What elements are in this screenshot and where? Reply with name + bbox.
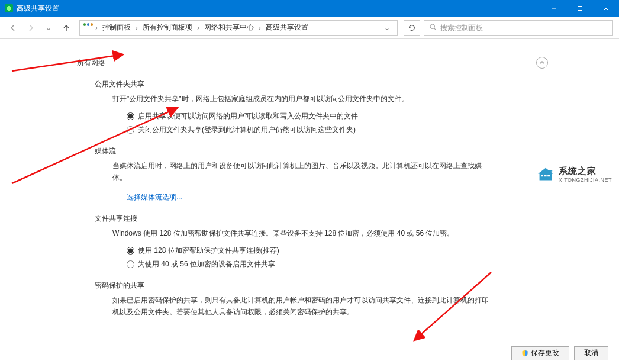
radio-128bit-input[interactable] (127, 247, 134, 255)
media-stream-desc: 当媒体流启用时，网络上的用户和设备便可以访问此计算机上的图片、音乐以及视频。此计… (112, 160, 491, 184)
breadcrumb-network-center[interactable]: 网络和共享中心 (202, 21, 256, 34)
group-public-folder-body: 打开"公用文件夹共享"时，网络上包括家庭组成员在内的用户都可以访问公用文件夹中的… (112, 93, 491, 136)
close-button[interactable] (593, 0, 619, 17)
radio-40bit-input[interactable] (127, 260, 134, 268)
window-icon (5, 4, 13, 12)
group-media-stream-title: 媒体流 (95, 146, 548, 156)
group-file-conn-body: Windows 使用 128 位加密帮助保护文件共享连接。某些设备不支持 128… (112, 227, 491, 270)
cancel-button[interactable]: 取消 (574, 346, 608, 360)
breadcrumb-all-items[interactable]: 所有控制面板项 (140, 21, 195, 34)
forward-button[interactable] (24, 21, 38, 35)
radio-128bit-label: 使用 128 位加密帮助保护文件共享连接(推荐) (138, 245, 279, 256)
radio-40bit[interactable]: 为使用 40 或 56 位加密的设备启用文件共享 (127, 259, 491, 270)
refresh-button[interactable] (404, 20, 420, 36)
window-title: 高级共享设置 (17, 4, 59, 14)
titlebar: 高级共享设置 (0, 0, 619, 17)
maximize-button[interactable] (567, 0, 593, 17)
chevron-right-icon: › (196, 24, 201, 32)
collapse-toggle[interactable] (536, 57, 548, 69)
cancel-button-label: 取消 (584, 348, 598, 358)
section-all-networks: 所有网络 (77, 57, 548, 69)
group-password-title: 密码保护的共享 (95, 281, 548, 291)
recent-button[interactable]: ⌄ (41, 21, 56, 35)
file-conn-desc: Windows 使用 128 位加密帮助保护文件共享连接。某些设备不支持 128… (112, 227, 491, 239)
radio-public-on-label: 启用共享以便可以访问网络的用户可以读取和写入公用文件夹中的文件 (138, 111, 358, 122)
radio-40bit-label: 为使用 40 或 56 位加密的设备启用文件共享 (138, 259, 275, 270)
chevron-right-icon: › (257, 24, 262, 32)
back-button[interactable] (6, 21, 20, 35)
save-button-label: 保存更改 (531, 348, 559, 358)
footer: 保存更改 取消 (0, 342, 619, 364)
media-stream-link[interactable]: 选择媒体流选项... (127, 191, 182, 203)
divider (111, 63, 530, 63)
radio-public-on[interactable]: 启用共享以便可以访问网络的用户可以读取和写入公用文件夹中的文件 (127, 111, 491, 122)
navbar: ⌄ › 控制面板 › 所有控制面板项 › 网络和共享中心 › 高级共享设置 ⌄ (0, 17, 619, 39)
radio-public-on-input[interactable] (127, 112, 134, 120)
chevron-right-icon: › (94, 24, 99, 32)
search-input[interactable] (440, 24, 608, 32)
group-media-stream-body: 当媒体流启用时，网络上的用户和设备便可以访问此计算机上的图片、音乐以及视频。此计… (112, 160, 491, 203)
radio-public-off[interactable]: 关闭公用文件夹共享(登录到此计算机的用户仍然可以访问这些文件夹) (127, 124, 491, 136)
window-controls (541, 0, 619, 17)
control-panel-icon (83, 23, 93, 33)
radio-128bit[interactable]: 使用 128 位加密帮助保护文件共享连接(推荐) (127, 245, 491, 256)
public-folder-desc: 打开"公用文件夹共享"时，网络上包括家庭组成员在内的用户都可以访问公用文件夹中的… (112, 93, 491, 105)
search-icon (429, 23, 437, 33)
group-public-folder-title: 公用文件夹共享 (95, 79, 548, 89)
chevron-right-icon: › (134, 24, 139, 32)
svg-line-5 (434, 28, 436, 30)
svg-rect-1 (578, 7, 582, 11)
address-bar[interactable]: › 控制面板 › 所有控制面板项 › 网络和共享中心 › 高级共享设置 ⌄ (79, 20, 398, 36)
search-box[interactable] (424, 20, 613, 36)
group-file-conn-title: 文件共享连接 (95, 214, 548, 224)
group-password-body: 如果已启用密码保护的共享，则只有具备此计算机的用户帐户和密码的用户才可以访问共享… (112, 294, 491, 318)
up-button[interactable] (59, 21, 73, 35)
save-button[interactable]: 保存更改 (511, 346, 569, 360)
section-title: 所有网络 (77, 58, 105, 68)
radio-public-off-input[interactable] (127, 126, 134, 134)
password-desc: 如果已启用密码保护的共享，则只有具备此计算机的用户帐户和密码的用户才可以访问共享… (112, 294, 491, 318)
titlebar-left: 高级共享设置 (5, 4, 59, 14)
shield-icon (521, 350, 528, 357)
radio-public-off-label: 关闭公用文件夹共享(登录到此计算机的用户仍然可以访问这些文件夹) (138, 124, 356, 136)
svg-point-4 (430, 24, 434, 28)
minimize-button[interactable] (541, 0, 567, 17)
content-area: 所有网络 公用文件夹共享 打开"公用文件夹共享"时，网络上包括家庭组成员在内的用… (0, 39, 619, 342)
address-dropdown-icon[interactable]: ⌄ (381, 24, 394, 32)
breadcrumb-advanced-sharing[interactable]: 高级共享设置 (263, 21, 311, 34)
breadcrumb-control-panel[interactable]: 控制面板 (100, 21, 133, 34)
